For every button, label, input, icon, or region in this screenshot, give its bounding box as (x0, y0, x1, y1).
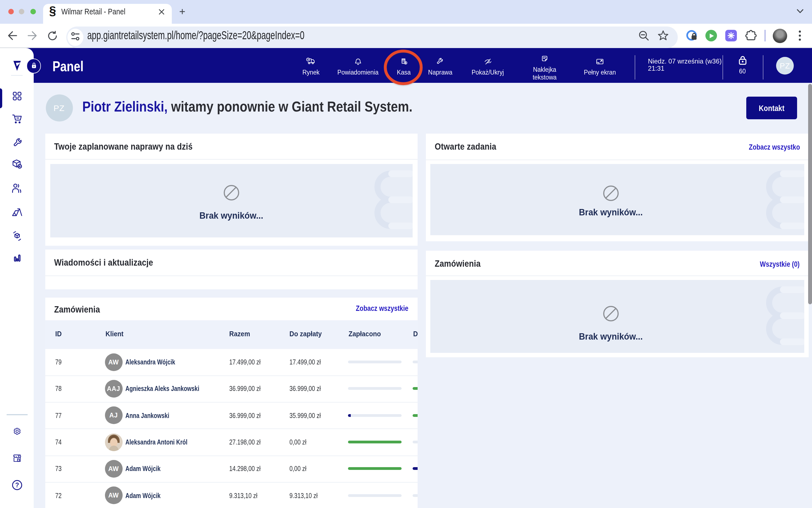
svg-text:?: ? (15, 481, 19, 489)
